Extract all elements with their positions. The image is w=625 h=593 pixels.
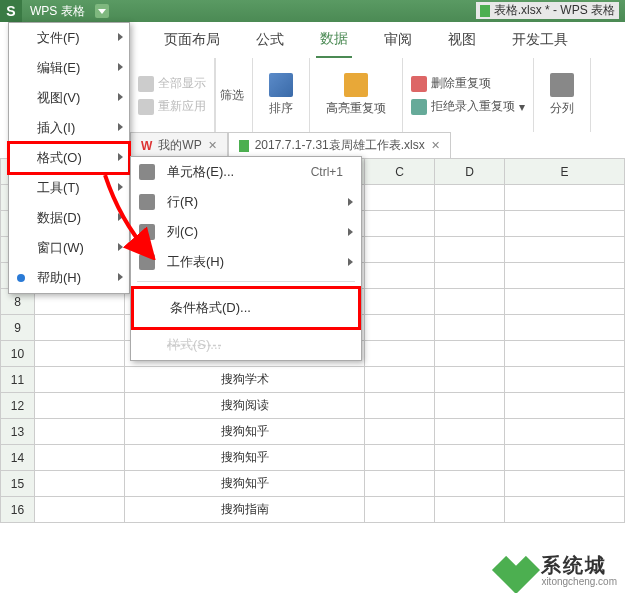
- cell[interactable]: [435, 445, 505, 471]
- cell[interactable]: [365, 263, 435, 289]
- cell[interactable]: [505, 211, 625, 237]
- menu-item[interactable]: 编辑(E): [9, 53, 129, 83]
- cell[interactable]: [435, 471, 505, 497]
- tab-review[interactable]: 审阅: [380, 23, 416, 57]
- cell[interactable]: [435, 341, 505, 367]
- cell[interactable]: 搜狗知乎: [125, 471, 365, 497]
- cell[interactable]: [505, 263, 625, 289]
- cell[interactable]: [505, 237, 625, 263]
- table-row[interactable]: 14 搜狗知乎: [1, 445, 625, 471]
- close-tab-icon[interactable]: ✕: [431, 139, 440, 152]
- cell[interactable]: [505, 315, 625, 341]
- submenu-style[interactable]: 样式(S)...: [131, 330, 361, 360]
- cell[interactable]: 搜狗知乎: [125, 419, 365, 445]
- col-header-E[interactable]: E: [505, 159, 625, 185]
- cell[interactable]: [365, 237, 435, 263]
- cell[interactable]: 搜狗知乎: [125, 445, 365, 471]
- menu-item[interactable]: 格式(O): [9, 143, 129, 173]
- cell[interactable]: [505, 419, 625, 445]
- row-header[interactable]: 15: [1, 471, 35, 497]
- cell[interactable]: [365, 211, 435, 237]
- cell[interactable]: [505, 367, 625, 393]
- row-header[interactable]: 16: [1, 497, 35, 523]
- filter-label[interactable]: 筛选: [216, 87, 244, 104]
- row-header[interactable]: 12: [1, 393, 35, 419]
- row-header[interactable]: 10: [1, 341, 35, 367]
- cell[interactable]: [35, 393, 125, 419]
- tab-page-layout[interactable]: 页面布局: [160, 23, 224, 57]
- table-row[interactable]: 13 搜狗知乎: [1, 419, 625, 445]
- cell[interactable]: [505, 445, 625, 471]
- cell[interactable]: [505, 393, 625, 419]
- tab-data[interactable]: 数据: [316, 22, 352, 58]
- tab-formula[interactable]: 公式: [252, 23, 288, 57]
- cell[interactable]: [35, 315, 125, 341]
- cell[interactable]: [435, 315, 505, 341]
- cell[interactable]: [365, 341, 435, 367]
- sort-button[interactable]: 排序: [261, 69, 301, 121]
- cell[interactable]: [35, 419, 125, 445]
- tab-dev[interactable]: 开发工具: [508, 23, 572, 57]
- app-menu-dropdown-icon[interactable]: [95, 4, 109, 18]
- submenu-column[interactable]: 列(C): [131, 217, 361, 247]
- cell[interactable]: [435, 289, 505, 315]
- table-row[interactable]: 12 搜狗阅读: [1, 393, 625, 419]
- cell[interactable]: [365, 393, 435, 419]
- row-header[interactable]: 11: [1, 367, 35, 393]
- row-header[interactable]: 13: [1, 419, 35, 445]
- cell[interactable]: [35, 471, 125, 497]
- row-header[interactable]: 14: [1, 445, 35, 471]
- menu-item[interactable]: 插入(I): [9, 113, 129, 143]
- cell[interactable]: [365, 367, 435, 393]
- tab-view[interactable]: 视图: [444, 23, 480, 57]
- menu-item[interactable]: 视图(V): [9, 83, 129, 113]
- cell[interactable]: [505, 497, 625, 523]
- cell[interactable]: [505, 471, 625, 497]
- cell[interactable]: [505, 289, 625, 315]
- submenu-conditional-format[interactable]: 条件格式(D)...: [134, 293, 358, 323]
- cell[interactable]: [35, 367, 125, 393]
- submenu-row[interactable]: 行(R): [131, 187, 361, 217]
- cell[interactable]: [35, 445, 125, 471]
- cell[interactable]: [35, 497, 125, 523]
- table-row[interactable]: 11 搜狗学术: [1, 367, 625, 393]
- remove-dup-button[interactable]: 删除重复项: [411, 75, 525, 92]
- cell[interactable]: [365, 185, 435, 211]
- cell[interactable]: [35, 341, 125, 367]
- cell[interactable]: [365, 471, 435, 497]
- doc-tab-wps[interactable]: W 我的WP ✕: [130, 132, 228, 158]
- doc-tab-workbook[interactable]: 2017.7.1-7.31袁周雄工作表.xlsx ✕: [228, 132, 451, 158]
- menu-item[interactable]: 工具(T): [9, 173, 129, 203]
- cell[interactable]: [435, 237, 505, 263]
- cell[interactable]: [365, 445, 435, 471]
- menu-item[interactable]: 帮助(H): [9, 263, 129, 293]
- cell[interactable]: [435, 367, 505, 393]
- cell[interactable]: [365, 419, 435, 445]
- split-button[interactable]: 分列: [542, 69, 582, 121]
- reapply-button[interactable]: 重新应用: [138, 98, 206, 115]
- col-header-C[interactable]: C: [365, 159, 435, 185]
- cell[interactable]: 搜狗学术: [125, 367, 365, 393]
- cell[interactable]: [365, 315, 435, 341]
- cell[interactable]: [365, 497, 435, 523]
- reject-dup-button[interactable]: 拒绝录入重复项▾: [411, 98, 525, 115]
- cell[interactable]: [435, 419, 505, 445]
- cell[interactable]: [435, 393, 505, 419]
- cell[interactable]: [505, 185, 625, 211]
- submenu-cells[interactable]: 单元格(E)... Ctrl+1: [131, 157, 361, 187]
- cell[interactable]: 搜狗指南: [125, 497, 365, 523]
- highlight-dup-button[interactable]: 高亮重复项: [318, 69, 394, 121]
- cell[interactable]: [435, 263, 505, 289]
- close-tab-icon[interactable]: ✕: [208, 139, 217, 152]
- row-header[interactable]: 9: [1, 315, 35, 341]
- cell[interactable]: [505, 341, 625, 367]
- submenu-sheet[interactable]: 工作表(H): [131, 247, 361, 277]
- col-header-D[interactable]: D: [435, 159, 505, 185]
- cell[interactable]: [435, 211, 505, 237]
- cell[interactable]: [435, 185, 505, 211]
- menu-item[interactable]: 窗口(W): [9, 233, 129, 263]
- table-row[interactable]: 16 搜狗指南: [1, 497, 625, 523]
- menu-item[interactable]: 文件(F): [9, 23, 129, 53]
- cell[interactable]: [435, 497, 505, 523]
- cell[interactable]: [365, 289, 435, 315]
